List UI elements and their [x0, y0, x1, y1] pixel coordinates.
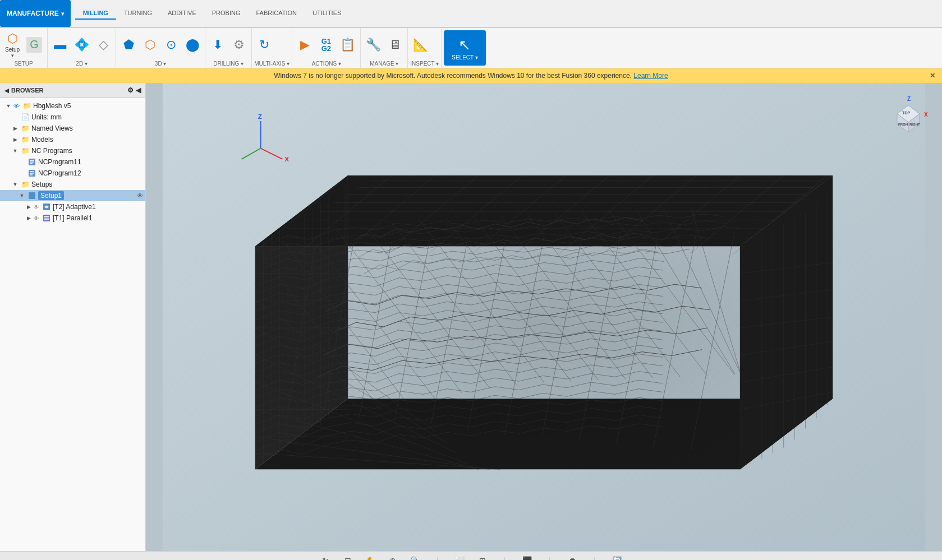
notification-message: Windows 7 is no longer supported by Micr…: [274, 72, 632, 80]
viewport[interactable]: X Z X Z TOP FRONT: [146, 83, 942, 551]
setup1-visibility-icon[interactable]: 👁: [137, 192, 143, 199]
notification-close-button[interactable]: ✕: [930, 72, 935, 80]
display-mode-icon[interactable]: ⬜: [453, 554, 467, 561]
tree-item-ncprogram12[interactable]: NCProgram12: [0, 168, 145, 179]
svg-text:Z: Z: [258, 113, 262, 120]
simulate-button[interactable]: ▶: [295, 36, 315, 54]
inspect-button[interactable]: 📐: [410, 36, 431, 54]
drilling-group-label: DRILLING ▾: [208, 61, 249, 68]
tree-arrow-adaptive1[interactable]: ▶: [25, 203, 33, 211]
g1g2-button[interactable]: G1G2: [316, 36, 336, 54]
tree-item-setup1[interactable]: ▼ Setup1 👁: [0, 190, 145, 201]
3d-pocket-button[interactable]: ⬡: [140, 36, 160, 54]
3d-adaptive-button[interactable]: ⬟: [118, 36, 139, 54]
separator-3: |: [543, 554, 557, 561]
viewcube[interactable]: X Z TOP FRONT RIGHT: [886, 94, 931, 139]
2d-contour-button[interactable]: 💠: [71, 36, 92, 54]
zoom-icon[interactable]: 🔍: [408, 554, 422, 561]
tree-item-adaptive1[interactable]: ▶ 👁 [T2] Adaptive1: [0, 201, 145, 212]
parallel1-vis-icon[interactable]: 👁: [34, 215, 39, 221]
ribbon-tabs: MANUFACTURE ▾ MILLINGTURNINGADDITIVEPROB…: [0, 0, 942, 28]
3d-group-label: 3D ▾: [118, 61, 203, 68]
tree-item-nc-programs[interactable]: ▼ 📁 NC Programs: [0, 145, 145, 156]
tree-arrow-root[interactable]: ▼: [4, 102, 12, 110]
ribbon-tab-probing[interactable]: PROBING: [204, 7, 249, 20]
zoom-fit-icon[interactable]: ⊕: [386, 554, 399, 561]
drilling-button[interactable]: ⬇: [208, 36, 228, 54]
tree-item-setups[interactable]: ▼ 📁 Setups: [0, 179, 145, 190]
tool-library-button[interactable]: 🔧: [363, 36, 384, 54]
folder-icon-named-views: 📁: [21, 124, 30, 133]
tree-arrow-nc-programs[interactable]: ▼: [11, 147, 19, 155]
ribbon: ⬡ Setup ▾ G SETUP ▬ 💠 ◇: [0, 28, 942, 68]
multiaxis-button[interactable]: ↻: [254, 36, 274, 54]
notification-link[interactable]: Learn More: [633, 72, 668, 80]
inspect-group-label: INSPECT ▾: [410, 61, 439, 68]
ribbon-group-multiaxis: ↻ MULTI-AXIS ▾: [252, 28, 292, 68]
tree-item-ncprogram11[interactable]: NCProgram11: [0, 156, 145, 168]
tree-arrow-models[interactable]: ▶: [11, 136, 19, 144]
2d-pocket-button[interactable]: ◇: [93, 36, 113, 54]
manufacture-button[interactable]: MANUFACTURE ▾: [0, 0, 71, 27]
tree-label-ncprogram12: NCProgram12: [38, 169, 143, 177]
ribbon-tab-turning[interactable]: TURNING: [116, 7, 160, 20]
tree-item-units[interactable]: 📄 Units: mm: [0, 112, 145, 123]
select-button[interactable]: ↖ SELECT ▾: [446, 33, 484, 64]
separator-1: |: [431, 554, 444, 561]
tree-arrow-setups[interactable]: ▼: [11, 181, 19, 188]
ribbon-group-3d: ⬟ ⬡ ⊙ ⬤ 3D ▾: [116, 28, 205, 68]
tree-label-setups: Setups: [31, 181, 143, 188]
tree-item-named-views[interactable]: ▶ 📁 Named Views: [0, 123, 145, 134]
post-process-button[interactable]: 📋: [337, 36, 358, 54]
record-icon[interactable]: ⏺: [566, 554, 579, 561]
look-at-icon[interactable]: ⊡: [341, 554, 355, 561]
grid-icon[interactable]: ⊞: [476, 554, 489, 561]
viewcube-svg: X Z TOP FRONT RIGHT: [886, 94, 931, 145]
mesh-visualization: X Z: [146, 83, 942, 551]
3d-contour-button[interactable]: ⊙: [161, 36, 181, 54]
tree-item-parallel1[interactable]: ▶ 👁 [T1] Parallel1: [0, 212, 145, 224]
3d-parallel-button[interactable]: ⬤: [182, 36, 203, 54]
svg-text:TOP: TOP: [902, 111, 911, 115]
tree-arrow-ncprogram12: [18, 169, 26, 177]
browser-settings-icon[interactable]: ⚙: [127, 86, 134, 94]
ribbon-tab-fabrication[interactable]: FABRICATION: [248, 7, 305, 20]
ribbon-tab-additive[interactable]: ADDITIVE: [160, 7, 204, 20]
adaptive-icon: [42, 202, 51, 211]
tree-label-setup1: Setup1: [38, 192, 135, 200]
ribbon-tab-utilities[interactable]: UTILITIES: [305, 7, 349, 20]
pan-icon[interactable]: ✋: [364, 554, 377, 561]
browser-content: ▼ 👁 📁 HbgMesh v5 📄 Units: mm ▶ 📁 Named V…: [0, 98, 145, 551]
tree-label-adaptive1: [T2] Adaptive1: [53, 203, 143, 211]
browser-collapse-button[interactable]: ◀: [136, 86, 141, 94]
browser-panel: ◀ BROWSER ⚙ ◀ ▼ 👁 📁 HbgMesh v5 📄 Units: …: [0, 83, 146, 551]
nc-icon-11: [27, 158, 36, 166]
svg-text:X: X: [284, 155, 289, 163]
tree-label-nc-programs: NC Programs: [31, 147, 143, 155]
refresh-icon[interactable]: 🔄: [610, 554, 624, 561]
setup-button[interactable]: ⬡ Setup ▾: [2, 30, 22, 60]
boring-button[interactable]: ⚙: [229, 36, 249, 54]
folder-icon-setups: 📁: [21, 180, 30, 189]
orbit-icon[interactable]: ↻: [319, 554, 332, 561]
2d-adaptive-button[interactable]: ▬: [50, 36, 70, 54]
svg-rect-8: [29, 192, 35, 199]
manage-group-label: MANAGE ▾: [363, 61, 405, 68]
svg-text:X: X: [924, 112, 928, 118]
tree-arrow-setup1[interactable]: ▼: [18, 192, 26, 200]
main-area: ◀ BROWSER ⚙ ◀ ▼ 👁 📁 HbgMesh v5 📄 Units: …: [0, 83, 942, 551]
tree-arrow-parallel1[interactable]: ▶: [25, 214, 33, 222]
ribbon-tab-milling[interactable]: MILLING: [75, 7, 116, 20]
tree-item-root[interactable]: ▼ 👁 📁 HbgMesh v5: [0, 100, 145, 112]
new-setup-button[interactable]: G: [24, 35, 45, 55]
adaptive1-vis-icon[interactable]: 👁: [34, 204, 39, 210]
notification-bar: Windows 7 is no longer supported by Micr…: [0, 68, 942, 83]
tree-item-models[interactable]: ▶ 📁 Models: [0, 134, 145, 145]
folder-icon-root: 📁: [22, 101, 31, 110]
machine-library-button[interactable]: 🖥: [385, 36, 405, 54]
browser-collapse-icon[interactable]: ◀: [4, 87, 9, 94]
visual-style-icon[interactable]: ⬛: [521, 554, 534, 561]
eye-icon-root[interactable]: 👁: [13, 103, 20, 109]
tree-arrow-named-views[interactable]: ▶: [11, 124, 19, 132]
ribbon-group-inspect: 📐 INSPECT ▾: [408, 28, 442, 68]
